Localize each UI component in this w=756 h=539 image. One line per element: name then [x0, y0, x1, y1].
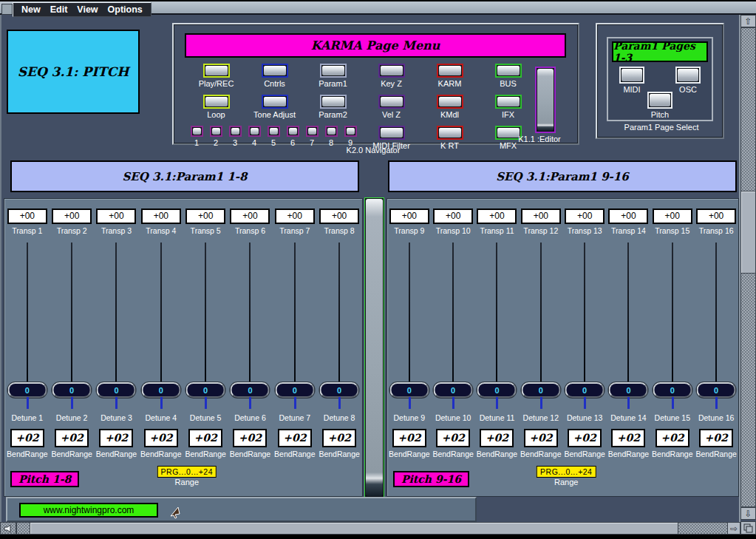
bendrange-value[interactable]: +02	[699, 429, 733, 447]
transpose-value[interactable]: +00	[433, 209, 473, 224]
menu-item-edit[interactable]: Edit	[50, 4, 68, 15]
transpose-value[interactable]: +00	[52, 209, 92, 224]
karma-button-2[interactable]	[210, 126, 222, 137]
bendrange-value[interactable]: +02	[99, 429, 133, 447]
karma-button-kmdl[interactable]	[437, 95, 463, 109]
slider-handle[interactable]: 0	[141, 382, 180, 398]
bendrange-value[interactable]: +02	[278, 429, 312, 447]
transpose-value[interactable]: +00	[275, 209, 315, 224]
karma-button-midi-filter[interactable]	[378, 126, 405, 140]
karma-button-karm[interactable]	[437, 64, 463, 78]
transpose-value[interactable]: +00	[319, 209, 359, 224]
slider-handle[interactable]: 0	[521, 382, 560, 398]
slider-track[interactable]	[452, 243, 454, 384]
scroll-right-button[interactable]: ⇨	[727, 522, 740, 535]
slider-track[interactable]	[27, 243, 28, 384]
karma-button-bus[interactable]	[495, 64, 522, 78]
karma-button-ifx[interactable]	[495, 95, 522, 109]
detune-slider[interactable]: 0	[695, 235, 738, 411]
app-chip-icon[interactable]	[1, 4, 13, 15]
osc-page-button[interactable]	[675, 67, 701, 84]
slider-track[interactable]	[338, 243, 340, 384]
slider-handle[interactable]: 0	[389, 382, 429, 398]
bendrange-value[interactable]: +02	[392, 429, 426, 447]
detune-slider[interactable]: 0	[95, 235, 138, 411]
horizontal-scrollbar-thumb[interactable]	[30, 522, 678, 535]
slider-handle[interactable]: 0	[609, 382, 648, 398]
menu-item-new[interactable]: New	[21, 4, 41, 15]
resize-grip[interactable]	[740, 521, 756, 535]
speaker-widget[interactable]	[0, 522, 16, 535]
slider-track[interactable]	[205, 243, 206, 384]
bendrange-value[interactable]: +02	[655, 429, 689, 447]
range-value[interactable]: PRG...0...+24	[537, 466, 596, 478]
bendrange-value[interactable]: +02	[436, 429, 470, 447]
transpose-value[interactable]: +00	[696, 209, 736, 224]
transpose-value[interactable]: +00	[7, 209, 47, 224]
karma-button-k-rt[interactable]	[437, 126, 463, 140]
detune-slider[interactable]: 0	[184, 235, 228, 411]
karma-button-8[interactable]	[325, 126, 338, 137]
karma-button-5[interactable]	[268, 126, 280, 137]
detune-slider[interactable]: 0	[139, 235, 183, 411]
detune-slider[interactable]: 0	[432, 235, 475, 411]
midi-page-button[interactable]	[619, 67, 644, 84]
karma-button-key-z[interactable]	[378, 64, 405, 78]
karma-button-1[interactable]	[191, 126, 203, 137]
bendrange-value[interactable]: +02	[233, 429, 267, 447]
slider-track[interactable]	[715, 243, 717, 384]
slider-track[interactable]	[115, 243, 117, 384]
menu-item-view[interactable]: View	[77, 4, 98, 15]
slider-track[interactable]	[584, 243, 585, 384]
slider-handle[interactable]: 0	[320, 382, 359, 398]
detune-slider[interactable]: 0	[519, 235, 562, 411]
transpose-value[interactable]: +00	[389, 209, 429, 224]
scroll-up-button[interactable]: ⇧	[740, 15, 756, 27]
karma-button-tone-adjust[interactable]	[262, 95, 288, 109]
vertical-scrollbar-thumb[interactable]	[740, 191, 756, 274]
bendrange-value[interactable]: +02	[55, 429, 89, 447]
transpose-value[interactable]: +00	[521, 209, 561, 224]
transpose-value[interactable]: +00	[96, 209, 136, 224]
range-value[interactable]: PRG...0...+24	[157, 466, 217, 478]
karma-button-loop[interactable]	[203, 95, 230, 109]
slider-track[interactable]	[249, 243, 251, 384]
detune-slider[interactable]: 0	[387, 235, 431, 411]
transpose-value[interactable]: +00	[653, 209, 692, 224]
bendrange-value[interactable]: +02	[524, 429, 558, 447]
detune-slider[interactable]: 0	[563, 235, 607, 411]
transpose-value[interactable]: +00	[477, 209, 517, 224]
slider-handle[interactable]: 0	[653, 382, 692, 398]
detune-slider[interactable]: 0	[5, 235, 49, 411]
pitch-page-button[interactable]	[647, 92, 672, 109]
editor-button[interactable]	[535, 67, 556, 133]
slider-track[interactable]	[160, 243, 162, 384]
transpose-value[interactable]: +00	[608, 209, 648, 224]
detune-slider[interactable]: 0	[650, 235, 694, 411]
slider-handle[interactable]: 0	[231, 382, 270, 398]
slider-handle[interactable]: 0	[97, 382, 136, 398]
karma-button-3[interactable]	[229, 126, 242, 137]
detune-slider[interactable]: 0	[607, 235, 650, 411]
detune-slider[interactable]: 0	[228, 235, 272, 411]
slider-track[interactable]	[294, 243, 296, 384]
slider-track[interactable]	[496, 243, 497, 384]
slider-track[interactable]	[672, 243, 673, 384]
slider-handle[interactable]: 0	[275, 382, 314, 398]
detune-slider[interactable]: 0	[475, 235, 519, 411]
slider-handle[interactable]: 0	[52, 382, 92, 398]
slider-handle[interactable]: 0	[186, 382, 225, 398]
transpose-value[interactable]: +00	[141, 209, 181, 224]
karma-button-play-rec[interactable]	[203, 64, 230, 78]
karma-button-param1[interactable]	[320, 64, 347, 78]
karma-button-6[interactable]	[287, 126, 299, 137]
transpose-value[interactable]: +00	[230, 209, 270, 224]
slider-handle[interactable]: 0	[565, 382, 605, 398]
karma-button-7[interactable]	[306, 126, 319, 137]
slider-handle[interactable]: 0	[7, 382, 47, 398]
detune-slider[interactable]: 0	[50, 235, 94, 411]
slider-track[interactable]	[409, 243, 410, 384]
panel-divider-button[interactable]	[364, 197, 384, 498]
slider-track[interactable]	[71, 243, 72, 384]
karma-button-4[interactable]	[248, 126, 261, 137]
